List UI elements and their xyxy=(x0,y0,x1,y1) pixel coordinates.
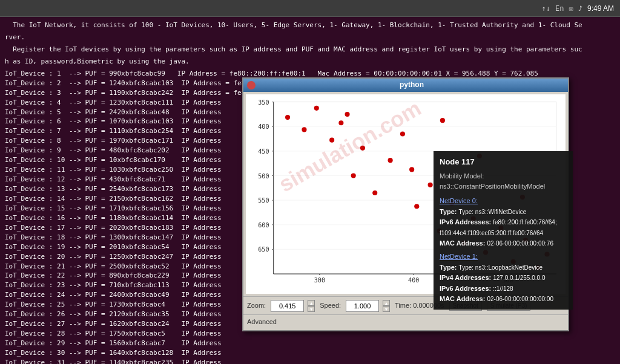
svg-point-54 xyxy=(409,167,414,172)
svg-text:500: 500 xyxy=(258,173,269,180)
netdevice0-type: Type: Type: ns3::WifiNetDevice xyxy=(440,207,567,218)
netdevice0-mac: MAC Address: 02-06-00:00:00:00:00:76 xyxy=(440,238,567,249)
netdevice1-type-label: Type: xyxy=(440,264,459,271)
volume-icon: ♪ xyxy=(578,4,582,13)
svg-point-36 xyxy=(351,173,356,178)
terminal: The IoT Network, it consists of 100 - Io… xyxy=(0,17,620,364)
clock: 9:49 AM xyxy=(587,4,614,13)
svg-point-35 xyxy=(338,120,343,125)
svg-text:550: 550 xyxy=(258,197,269,204)
svg-text:350: 350 xyxy=(258,99,269,106)
svg-point-32 xyxy=(302,127,306,132)
netdevice0-mac-label: MAC Address: xyxy=(440,239,487,247)
netdevice1-ipv4-label: IPv4 Addresses: xyxy=(440,274,493,281)
netdevice0-ipv6: IPv6 Addresses: fe80::200:ff:fe00:76//64… xyxy=(440,217,567,238)
svg-point-33 xyxy=(314,106,319,111)
svg-point-38 xyxy=(372,190,377,195)
svg-point-55 xyxy=(440,118,445,123)
device-line: IoT_Device : 29 --> PUF = 1560xbfc8cabc7… xyxy=(5,339,615,348)
svg-point-40 xyxy=(400,131,405,136)
svg-point-39 xyxy=(388,158,393,163)
python-titlebar: python xyxy=(243,79,568,92)
svg-point-31 xyxy=(285,115,290,120)
netdevice0-type-label: Type: xyxy=(440,208,459,215)
svg-point-37 xyxy=(360,146,365,151)
speed-spinner[interactable]: ▲ ▼ xyxy=(383,300,390,312)
netdevice1-ipv6-label: IPv6 Addresses: xyxy=(440,285,493,292)
svg-point-34 xyxy=(329,138,334,143)
netdevice1-ipv6: IPv6 Addresses: ::1//128 xyxy=(440,284,567,294)
zoom-input[interactable] xyxy=(271,300,304,312)
zoom-up-btn[interactable]: ▲ xyxy=(308,300,315,306)
svg-point-41 xyxy=(414,204,419,209)
svg-text:300: 300 xyxy=(314,277,325,284)
speed-label: Speed: xyxy=(320,301,341,311)
node-title: Node 117 xyxy=(440,156,567,169)
svg-text:600: 600 xyxy=(258,222,269,229)
python-advanced-bar: Advanced xyxy=(243,314,568,328)
keyboard-icon: En xyxy=(555,4,564,13)
system-bar: ↑↓ En ✉ ♪ 9:49 AM xyxy=(0,0,620,17)
netdevice0-ipv6-label: IPv6 Addresses: xyxy=(440,218,493,226)
svg-point-53 xyxy=(345,112,349,117)
svg-text:400: 400 xyxy=(408,277,419,284)
netdevice0-header: NetDevice 0: xyxy=(440,196,567,207)
netdevice1-ipv4: IPv4 Addresses: 127.0.0.1/255.0.0.0 xyxy=(440,273,567,284)
intro-line-3: Register the IoT devices by using the pa… xyxy=(5,45,615,54)
svg-text:400: 400 xyxy=(258,123,269,130)
intro-line-2: rver. xyxy=(5,33,615,42)
speed-input[interactable] xyxy=(346,300,379,312)
svg-point-42 xyxy=(428,183,433,187)
email-icon: ✉ xyxy=(569,4,573,13)
netdevice1-header: NetDevice 1: xyxy=(440,252,567,262)
svg-text:450: 450 xyxy=(258,148,269,155)
netdevice1-mac: MAC Address: 02-06-00:00:00:00:00:00 xyxy=(440,294,567,305)
advanced-button[interactable]: Advanced xyxy=(247,318,277,325)
svg-text:650: 650 xyxy=(258,246,269,253)
node-mobility: Mobility Model: ns3::ConstantPositionMob… xyxy=(440,171,567,192)
close-icon[interactable] xyxy=(247,81,256,89)
zoom-label: Zoom: xyxy=(247,301,266,311)
intro-line-1: The IoT Network, it consists of 100 - Io… xyxy=(5,21,615,30)
python-window[interactable]: python simulation.com 350 400 4 xyxy=(242,77,569,331)
node-tooltip: Node 117 Mobility Model: ns3::ConstantPo… xyxy=(434,151,573,310)
netdevice1-mac-label: MAC Address: xyxy=(440,295,487,302)
device-line: IoT_Device : 31 --> PUF = 1140xbfc8cabc2… xyxy=(5,358,615,364)
network-icon: ↑↓ xyxy=(542,4,550,13)
speed-down-btn[interactable]: ▼ xyxy=(383,306,390,312)
speed-up-btn[interactable]: ▲ xyxy=(383,300,390,306)
netdevice1-type: Type: Type: ns3::LoopbackNetDevice xyxy=(440,262,567,273)
python-window-title: python xyxy=(259,80,564,90)
zoom-spinner[interactable]: ▲ ▼ xyxy=(308,300,315,312)
zoom-down-btn[interactable]: ▼ xyxy=(308,306,315,312)
intro-line-4: h as ID, password,Biometric by using the… xyxy=(5,57,615,67)
device-line: IoT_Device : 30 --> PUF = 1640xbfc8cabc1… xyxy=(5,348,615,358)
